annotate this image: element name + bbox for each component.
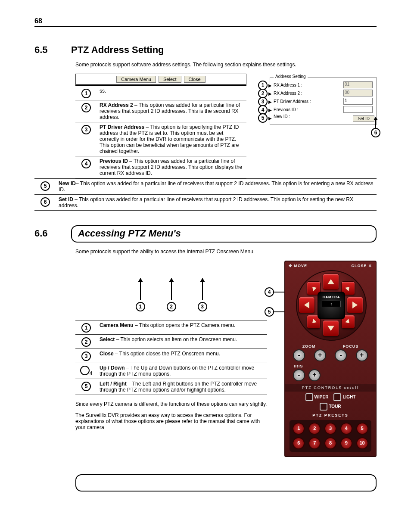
- focus-in-button[interactable]: +: [356, 349, 368, 361]
- previous-id-input[interactable]: [343, 106, 373, 113]
- section-65-table: 1 ss. 2 RX Address 2 – This option was a…: [75, 86, 246, 178]
- ptz-controller-panel: ✥ MOVE CLOSE ✕ CAMERA ↕: [284, 261, 377, 457]
- preset-button-6[interactable]: 6: [293, 437, 305, 449]
- focus-out-button[interactable]: -: [335, 349, 347, 361]
- page-number: 68: [34, 17, 377, 27]
- dpad-up-button[interactable]: [323, 274, 339, 290]
- num-badge-4: 4: [81, 159, 91, 168]
- preset-button-1[interactable]: 1: [293, 423, 305, 435]
- preset-button-8[interactable]: 8: [324, 437, 336, 449]
- section-66-num: 6.6: [34, 228, 71, 239]
- preset-button-10[interactable]: 10: [356, 437, 368, 449]
- zoom-label: ZOOM: [302, 344, 316, 348]
- section-66-header: 6.6 Accessing PTZ Menu's: [34, 225, 377, 243]
- table-row: 2 Select – This option selects an item o…: [75, 335, 267, 349]
- num-badge-5: 5: [40, 181, 50, 191]
- rx-address-1-input[interactable]: 01: [343, 81, 373, 88]
- section-65-intro: Some protocols support software address …: [75, 62, 377, 68]
- arrow-row: 1 2 3: [75, 278, 267, 311]
- focus-label: FOCUS: [343, 344, 359, 348]
- num-badge-1: 1: [81, 89, 91, 98]
- num-badge-2: 2: [81, 103, 91, 112]
- dpad-down-button[interactable]: [323, 320, 339, 336]
- select-button[interactable]: Select: [159, 76, 181, 83]
- table-row: 1 Camera Menu – This option opens the PT…: [75, 320, 267, 335]
- preset-button-2[interactable]: 2: [308, 423, 321, 435]
- rx-address-2-label: RX Address 2 :: [274, 91, 343, 96]
- iris-label: IRIS: [294, 364, 303, 368]
- num-badge-6: 6: [40, 197, 50, 207]
- preset-button-3[interactable]: 3: [324, 423, 336, 435]
- empty-pill: [75, 474, 377, 492]
- section-66-title: Accessing PTZ Menu's: [71, 225, 377, 243]
- rx-address-1-label: RX Address 1 :: [274, 83, 343, 87]
- section-65-num: 6.5: [34, 44, 71, 56]
- section-65-table-cont: 5 New ID– This option was added for a pa…: [34, 178, 377, 211]
- tour-label: TOUR: [329, 404, 341, 409]
- preset-button-7[interactable]: 7: [308, 437, 321, 449]
- camera-menu-button[interactable]: Camera Menu: [116, 76, 156, 83]
- ptz-close-button[interactable]: CLOSE ✕: [351, 264, 372, 268]
- tour-checkbox[interactable]: [320, 403, 327, 411]
- table-row: 3 Close – This option closes the PTZ Ons…: [75, 349, 267, 363]
- table-row: 3 PT Driver Address – This option is for…: [75, 122, 246, 156]
- section-66-intro: Some protocols support the ability to ac…: [75, 249, 377, 255]
- preset-grid: 1 2 3 4 5 6 7 8 9 10: [290, 420, 371, 452]
- table-row: 5 Left / Right – The Left and Right butt…: [75, 379, 267, 395]
- camera-label: CAMERA: [318, 295, 344, 299]
- table-row: 2 RX Address 2 – This option was added f…: [75, 100, 246, 122]
- ptz-move-handle[interactable]: ✥ MOVE: [289, 264, 307, 268]
- ptz-controls-label: PTZ CONTROLS on/off: [285, 384, 376, 392]
- section-66-para1: Since every PTZ camera is different, the…: [75, 401, 267, 407]
- section-65-title: PTZ Address Setting: [71, 44, 164, 56]
- table-row: 6 Set ID – This option was added for a p…: [34, 195, 377, 211]
- preset-button-9[interactable]: 9: [340, 437, 352, 449]
- table-row: 1 ss.: [75, 86, 246, 100]
- light-checkbox[interactable]: [333, 393, 341, 401]
- address-legend: Address Setting: [274, 74, 308, 79]
- table-row: 4 Up / Down – The Up and Down buttons on…: [75, 363, 267, 379]
- zoom-out-button[interactable]: -: [293, 349, 305, 361]
- dpad-right-button[interactable]: [347, 297, 363, 313]
- dpad-left-button[interactable]: [299, 297, 315, 313]
- section-66-table: 1 Camera Menu – This option opens the PT…: [75, 320, 267, 395]
- iris-close-button[interactable]: -: [293, 369, 305, 381]
- wiper-label: WIPER: [314, 395, 329, 399]
- pt-driver-label: PT Driver Address :: [274, 99, 343, 104]
- wiper-checkbox[interactable]: [305, 393, 313, 401]
- iris-open-button[interactable]: +: [308, 369, 321, 381]
- address-setting-panel: Address Setting 1▶ RX Address 1 : 01 2▶ …: [254, 77, 377, 178]
- section-66-para2: The Surveillix DVR provides an easy way …: [75, 412, 267, 430]
- dpad-center[interactable]: CAMERA ↕: [318, 292, 345, 319]
- preset-button-4[interactable]: 4: [340, 423, 352, 435]
- zoom-in-button[interactable]: +: [314, 349, 326, 361]
- presets-label: PTZ PRESETS: [285, 413, 376, 417]
- table-row: 4 Previous ID – This option was added fo…: [75, 156, 246, 178]
- previous-id-label: Previous ID :: [274, 107, 343, 112]
- pt-driver-input[interactable]: 1: [343, 98, 373, 105]
- section-65-header: 6.5 PTZ Address Setting: [34, 44, 377, 56]
- camera-display: ↕: [322, 301, 341, 307]
- close-button[interactable]: Close: [184, 76, 206, 83]
- preset-button-5[interactable]: 5: [356, 423, 368, 435]
- num-badge-3: 3: [81, 125, 91, 134]
- table-row: 5 New ID– This option was added for a pa…: [34, 179, 377, 195]
- camera-button-row: Camera Menu Select Close: [75, 74, 246, 86]
- light-label: LIGHT: [342, 395, 355, 399]
- rx-address-2-input[interactable]: 00: [343, 90, 373, 96]
